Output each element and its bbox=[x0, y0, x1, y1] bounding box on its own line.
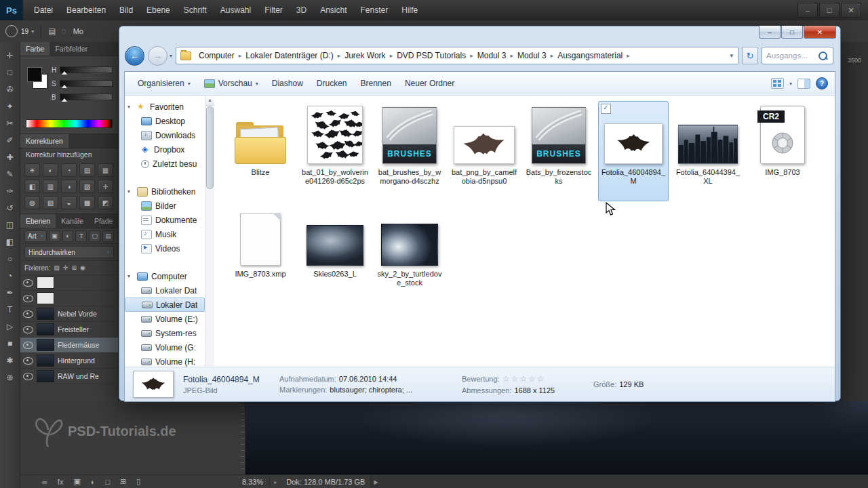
ps-menu-item[interactable]: 3D bbox=[290, 0, 313, 20]
slider-marker-icon[interactable] bbox=[62, 85, 67, 88]
layer-filter-type-dropdown[interactable]: Art ▾ bbox=[24, 230, 47, 242]
file-tile[interactable]: Blitze bbox=[225, 101, 296, 201]
move-tool[interactable]: ✛ bbox=[2, 47, 18, 64]
sidebar-item[interactable]: Volume (G: bbox=[125, 340, 205, 354]
visibility-eye-icon[interactable] bbox=[23, 310, 33, 318]
address-dropdown-icon[interactable]: ▾ bbox=[725, 52, 738, 59]
adjustment-icon[interactable]: ▧ bbox=[43, 196, 58, 209]
slider-marker-icon[interactable] bbox=[62, 71, 67, 75]
eraser-tool[interactable]: ◫ bbox=[2, 217, 18, 233]
file-tile[interactable]: CR2IMG_8703 bbox=[747, 101, 818, 201]
zoom-level-field[interactable]: 8.33% bbox=[236, 478, 270, 486]
layers-footer-icon[interactable]: ◐ bbox=[91, 478, 96, 486]
layer-filter-icon[interactable]: ▤ bbox=[102, 230, 114, 242]
chevron-down-icon[interactable]: ▾ bbox=[789, 81, 792, 87]
file-tile[interactable]: BRUSHESbat_brushes_by_wmorgano-d4sczhz bbox=[374, 101, 445, 201]
healing-brush-tool[interactable]: ✚ bbox=[2, 149, 18, 165]
breadcrumb-item[interactable]: Lokaler Datenträger (D:) bbox=[241, 51, 337, 60]
slider-ramp[interactable] bbox=[60, 94, 113, 100]
adjustment-icon[interactable]: ▥ bbox=[43, 180, 58, 193]
visibility-eye-icon[interactable] bbox=[23, 357, 33, 365]
layer-filter-icon[interactable]: ▣ bbox=[49, 230, 60, 242]
commandbar-drucken[interactable]: Drucken bbox=[311, 76, 353, 91]
adjustment-icon[interactable]: ◑ bbox=[61, 180, 77, 193]
tab-korrekturen[interactable]: Korrekturen bbox=[20, 134, 68, 148]
scroll-up-icon[interactable]: ▲ bbox=[205, 96, 214, 106]
layer-filter-icon[interactable]: T bbox=[75, 230, 87, 242]
help-icon[interactable]: ? bbox=[816, 77, 828, 89]
sidebar-item[interactable]: System-res bbox=[125, 326, 205, 340]
lock-icon[interactable]: ◉ bbox=[80, 264, 85, 271]
address-bar[interactable]: Computer▸Lokaler Datenträger (D:)▸Jurek … bbox=[176, 47, 738, 64]
adjustment-icon[interactable]: ◐ bbox=[43, 163, 58, 177]
file-tile[interactable]: bat_png_by_camelfobia-d5npsu0 bbox=[449, 101, 519, 201]
layers-footer-icon[interactable]: ▯ bbox=[136, 477, 140, 486]
explorer-titlebar[interactable]: –□✕ bbox=[119, 26, 840, 43]
forward-button[interactable]: → bbox=[148, 46, 167, 66]
change-view-icon[interactable] bbox=[771, 78, 784, 89]
layer-row[interactable]: Freisteller bbox=[20, 322, 118, 338]
adjustment-icon[interactable]: ▤ bbox=[79, 163, 95, 177]
sidebar-section-header[interactable]: ▾Computer bbox=[125, 269, 205, 283]
history-brush-tool[interactable]: ↺ bbox=[2, 200, 18, 216]
crop-tool[interactable]: ✂ bbox=[2, 115, 18, 131]
layer-row[interactable] bbox=[20, 291, 118, 306]
breadcrumb-item[interactable]: DVD PSD Tutorials bbox=[393, 51, 470, 60]
adjustment-icon[interactable]: ◒ bbox=[61, 196, 77, 209]
layer-row[interactable]: Hintergrund bbox=[20, 353, 118, 369]
chevron-down-icon[interactable]: ▾ bbox=[31, 28, 34, 35]
breadcrumb-item[interactable]: Ausgangsmaterial bbox=[553, 51, 627, 60]
gradient-tool[interactable]: ◧ bbox=[2, 234, 18, 250]
ps-menu-item[interactable]: Fenster bbox=[354, 0, 395, 20]
dodge-tool[interactable]: ◔ bbox=[2, 268, 18, 284]
sidebar-item[interactable]: Zuletzt besu bbox=[125, 157, 205, 171]
brush-preview-icon[interactable] bbox=[5, 25, 18, 37]
pen-tool[interactable]: ✒ bbox=[2, 285, 18, 301]
color-spectrum-ramp[interactable] bbox=[26, 119, 113, 128]
refresh-button[interactable]: ↻ bbox=[742, 47, 758, 64]
horizontal-scrollbar[interactable]: ▶ bbox=[370, 475, 868, 488]
visibility-eye-icon[interactable] bbox=[23, 279, 33, 287]
ps-menu-item[interactable]: Hilfe bbox=[395, 0, 425, 20]
search-icon[interactable] bbox=[818, 52, 827, 60]
ps-menu-item[interactable]: Ebene bbox=[140, 0, 177, 20]
foreground-color-swatch[interactable] bbox=[27, 67, 42, 82]
expander-icon[interactable]: ▾ bbox=[127, 273, 134, 279]
file-tile[interactable]: Fotolia_64044394_XL bbox=[673, 101, 743, 201]
hand-tool[interactable]: ✱ bbox=[2, 352, 18, 369]
tab-pfade[interactable]: Pfade bbox=[89, 214, 118, 228]
sidebar-item[interactable]: Lokaler Dat bbox=[125, 298, 205, 312]
adjustment-icon[interactable]: ▩ bbox=[79, 196, 95, 209]
lock-icon[interactable]: ✛ bbox=[63, 264, 68, 271]
ps-close-button[interactable]: ✕ bbox=[841, 3, 861, 18]
commandbar-diashow[interactable]: Diashow bbox=[266, 76, 309, 91]
commandbar-neuer-ordner[interactable]: Neuer Ordner bbox=[399, 76, 460, 91]
breadcrumb-item[interactable]: Computer bbox=[195, 51, 239, 60]
status-menu-arrow-icon[interactable]: ▸ bbox=[270, 479, 281, 485]
sidebar-section-header[interactable]: ▾Favoriten bbox=[125, 100, 205, 114]
tab-ebenen[interactable]: Ebenen bbox=[20, 214, 56, 228]
ps-menu-item[interactable]: Schrift bbox=[177, 0, 214, 20]
adjustment-icon[interactable]: ◍ bbox=[24, 196, 40, 209]
breadcrumb-item[interactable]: Modul 3 bbox=[473, 51, 511, 60]
adjustment-icon[interactable]: ◔ bbox=[61, 163, 77, 177]
ps-menu-item[interactable]: Bearbeiten bbox=[60, 0, 113, 20]
adjustment-icon[interactable]: ◧ bbox=[24, 180, 40, 193]
layers-footer-icon[interactable]: ∞ bbox=[42, 478, 47, 486]
tab-kanäle[interactable]: Kanäle bbox=[56, 214, 89, 228]
clone-stamp-tool[interactable]: ✑ bbox=[2, 183, 18, 199]
search-input[interactable]: Ausgangs... bbox=[762, 52, 818, 60]
airbrush-icon[interactable]: ◌ bbox=[61, 26, 66, 36]
ps-minimize-button[interactable]: – bbox=[797, 3, 818, 18]
back-button[interactable]: ← bbox=[125, 46, 144, 66]
slider-marker-icon[interactable] bbox=[62, 98, 67, 102]
visibility-eye-icon[interactable] bbox=[23, 342, 33, 349]
commandbar-organisieren[interactable]: Organisieren▾ bbox=[132, 76, 197, 91]
visibility-eye-icon[interactable] bbox=[23, 373, 33, 380]
tab-farbe[interactable]: Farbe bbox=[20, 42, 50, 56]
sidebar-item[interactable]: Downloads bbox=[125, 128, 205, 142]
path-selection-tool[interactable]: ▷ bbox=[2, 319, 18, 335]
layers-footer-icon[interactable]: ▣ bbox=[73, 477, 80, 486]
blur-tool[interactable]: ○ bbox=[2, 251, 18, 267]
sidebar-scrollbar[interactable]: ▲ bbox=[205, 96, 214, 367]
